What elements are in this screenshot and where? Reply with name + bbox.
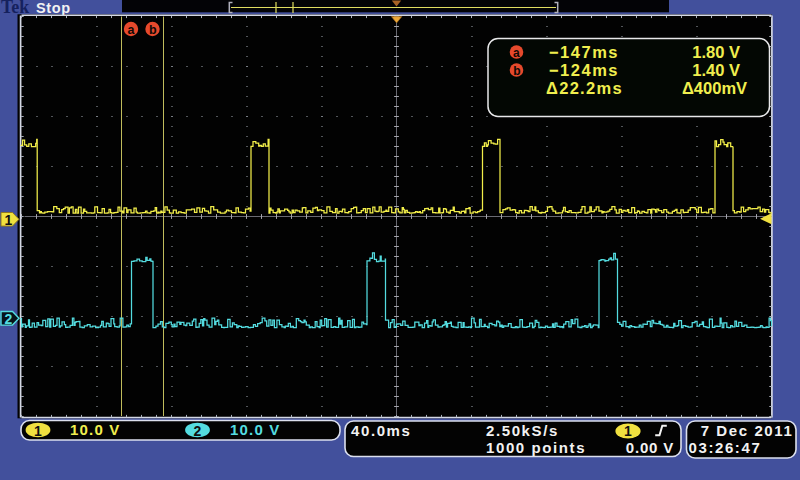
svg-text:1: 1 bbox=[34, 423, 42, 439]
svg-text:03:26:47: 03:26:47 bbox=[689, 439, 762, 456]
svg-text:7 Dec 2011: 7 Dec 2011 bbox=[701, 422, 794, 439]
svg-text:1.80 V: 1.80 V bbox=[692, 43, 740, 61]
svg-text:1.40 V: 1.40 V bbox=[692, 61, 740, 79]
svg-text:Δ22.2ms: Δ22.2ms bbox=[546, 79, 623, 97]
svg-text:2: 2 bbox=[5, 311, 13, 327]
svg-text:1: 1 bbox=[5, 212, 13, 228]
svg-text:Δ400mV: Δ400mV bbox=[682, 79, 747, 97]
svg-text:−124ms: −124ms bbox=[549, 61, 619, 79]
svg-text:a: a bbox=[128, 23, 136, 37]
svg-text:10.0 V: 10.0 V bbox=[70, 421, 121, 438]
svg-text:0.00 V: 0.00 V bbox=[626, 439, 674, 456]
svg-text:a: a bbox=[513, 46, 520, 60]
svg-text:2.50kS/s: 2.50kS/s bbox=[486, 422, 559, 439]
svg-text:1000 points: 1000 points bbox=[486, 439, 586, 456]
svg-text:2: 2 bbox=[194, 423, 202, 439]
svg-text:b: b bbox=[513, 64, 520, 78]
svg-text:1: 1 bbox=[624, 423, 632, 439]
svg-text:−147ms: −147ms bbox=[549, 43, 619, 61]
svg-text:40.0ms: 40.0ms bbox=[351, 422, 411, 439]
svg-text:10.0 V: 10.0 V bbox=[230, 421, 281, 438]
svg-text:Stop: Stop bbox=[36, 0, 71, 16]
svg-text:b: b bbox=[149, 23, 157, 37]
